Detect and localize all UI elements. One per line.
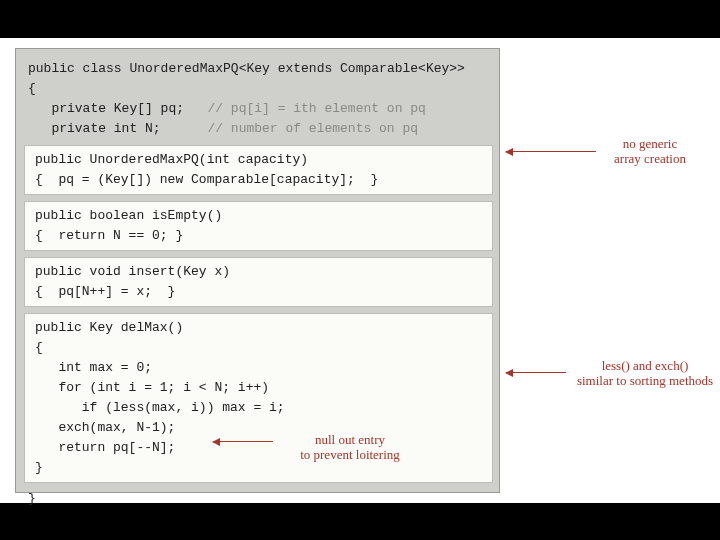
isempty-sig: public boolean isEmpty()	[35, 206, 492, 226]
field-n: private int N; // number of elements on …	[28, 119, 491, 139]
constructor-block: public UnorderedMaxPQ(int capacity) { pq…	[24, 145, 493, 195]
generic-inner: Key extends Comparable	[246, 61, 418, 76]
ctor-sig: public UnorderedMaxPQ(int capacity)	[35, 150, 492, 170]
arrow-null-out	[213, 441, 273, 442]
insert-body: { pq[N++] = x; }	[35, 282, 492, 302]
field-pq-comment: // pq[i] = ith element on pq	[184, 101, 426, 116]
generic-inner2: <Key>	[418, 61, 457, 76]
annot-3-line2: to prevent loitering	[300, 447, 400, 462]
annot-2-line2: similar to sorting methods	[577, 373, 713, 388]
delmax-l3: if (less(max, i)) max = i;	[35, 398, 492, 418]
annot-1-line2: array creation	[614, 151, 686, 166]
delmax-l4: exch(max, N-1);	[35, 418, 492, 438]
annotation-null-out: null out entry to prevent loitering	[280, 432, 420, 462]
annot-1-line1: no generic	[623, 136, 678, 151]
class-sig-prefix: public class UnorderedMaxPQ	[28, 61, 239, 76]
annot-2-line1: less() and exch()	[602, 358, 689, 373]
field-n-decl: private int N;	[28, 121, 161, 136]
arrow-no-generic	[506, 151, 596, 152]
class-open-brace: {	[28, 79, 491, 99]
isempty-block: public boolean isEmpty() { return N == 0…	[24, 201, 493, 251]
field-pq: private Key[] pq; // pq[i] = ith element…	[28, 99, 491, 119]
isempty-body: { return N == 0; }	[35, 226, 492, 246]
class-close-brace: }	[28, 489, 491, 509]
annotation-less-exch: less() and exch() similar to sorting met…	[570, 358, 720, 388]
code-panel: public class UnorderedMaxPQ<Key extends …	[15, 48, 500, 493]
annot-3-line1: null out entry	[315, 432, 385, 447]
slide-canvas: public class UnorderedMaxPQ<Key extends …	[0, 38, 720, 503]
delmax-sig: public Key delMax()	[35, 318, 492, 338]
delmax-l2: for (int i = 1; i < N; i++)	[35, 378, 492, 398]
field-pq-decl: private Key[] pq;	[28, 101, 184, 116]
insert-block: public void insert(Key x) { pq[N++] = x;…	[24, 257, 493, 307]
class-signature: public class UnorderedMaxPQ<Key extends …	[28, 59, 491, 79]
delmax-close: }	[35, 458, 492, 478]
ctor-body: { pq = (Key[]) new Comparable[capacity];…	[35, 170, 492, 190]
delmax-open: {	[35, 338, 492, 358]
arrow-less-exch	[506, 372, 566, 373]
field-n-comment: // number of elements on pq	[161, 121, 418, 136]
annotation-no-generic: no generic array creation	[600, 136, 700, 166]
generic-close: >	[457, 61, 465, 76]
insert-sig: public void insert(Key x)	[35, 262, 492, 282]
delmax-l1: int max = 0;	[35, 358, 492, 378]
delmax-block: public Key delMax() { int max = 0; for (…	[24, 313, 493, 483]
